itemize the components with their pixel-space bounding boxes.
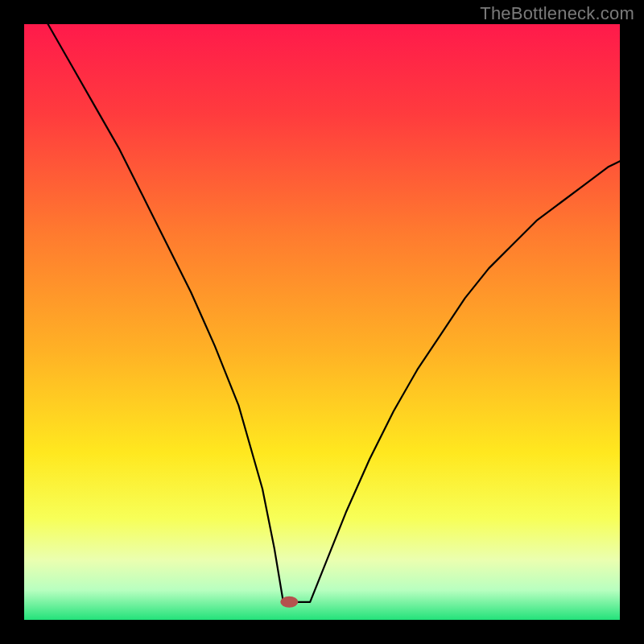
chart-frame: TheBottleneck.com [0,0,644,644]
plot-background [24,24,620,620]
optimal-point-marker [280,597,298,608]
watermark-text: TheBottleneck.com [480,3,634,24]
chart-svg [0,0,644,644]
